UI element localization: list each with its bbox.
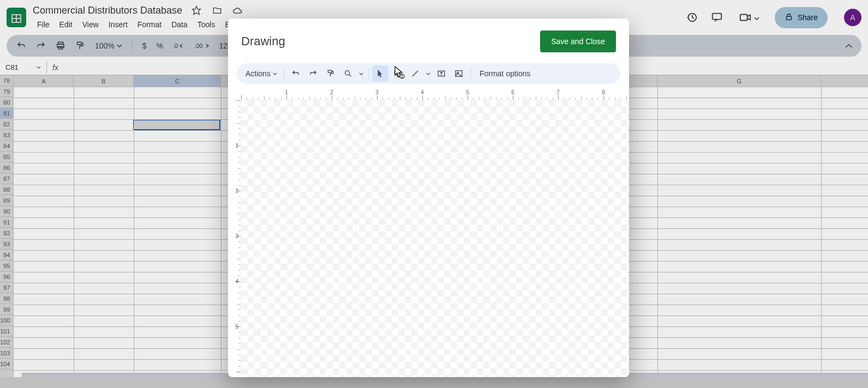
format-options-button[interactable]: Format options xyxy=(474,67,536,80)
image-tool[interactable] xyxy=(451,65,467,82)
paint-format-button[interactable] xyxy=(322,65,339,82)
select-tool[interactable] xyxy=(372,65,388,82)
line-dropdown[interactable] xyxy=(424,72,432,75)
save-and-close-button[interactable]: Save and Close xyxy=(540,31,616,52)
text-box-tool[interactable] xyxy=(433,65,450,82)
drawing-modal: Drawing Save and Close Actions Format op… xyxy=(228,19,629,377)
svg-point-13 xyxy=(345,71,350,75)
zoom-button[interactable] xyxy=(340,65,356,82)
drawing-canvas-area: 12345678 12345 xyxy=(228,88,629,377)
svg-point-14 xyxy=(394,70,399,75)
actions-menu[interactable]: Actions xyxy=(242,67,280,80)
vertical-ruler[interactable]: 12345 xyxy=(231,100,241,377)
horizontal-ruler[interactable]: 12345678 xyxy=(241,88,629,100)
modal-title: Drawing xyxy=(241,34,540,48)
drawing-toolbar: Actions Format options xyxy=(237,63,620,84)
redo-button[interactable] xyxy=(305,65,321,82)
drawing-canvas[interactable] xyxy=(241,100,629,377)
svg-rect-15 xyxy=(397,73,401,77)
line-tool[interactable] xyxy=(407,65,423,82)
shape-tool[interactable] xyxy=(390,65,406,82)
undo-button[interactable] xyxy=(288,65,304,82)
zoom-dropdown[interactable] xyxy=(357,72,365,75)
svg-rect-12 xyxy=(328,70,332,72)
svg-line-16 xyxy=(412,71,418,77)
actions-label: Actions xyxy=(246,69,271,78)
